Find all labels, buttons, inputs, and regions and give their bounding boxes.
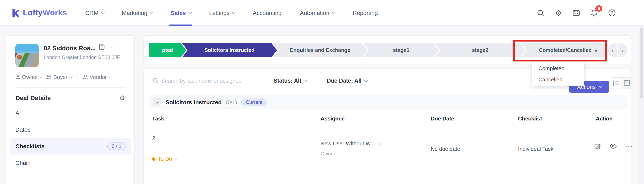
settings-gear-icon[interactable]: ⚙ [554, 8, 563, 17]
sidebar-item-a[interactable]: A [6, 105, 134, 121]
edit-icon[interactable] [594, 143, 601, 150]
column-assignee: Assignee [320, 115, 345, 122]
checklist-count-badge: 0 / 1 [107, 143, 126, 150]
sidebar-item-chain[interactable]: Chain [6, 155, 134, 171]
table-row: 2 To Do New User Without W... Owner No d… [144, 130, 632, 180]
kanban-view-icon[interactable] [621, 78, 632, 88]
property-photo[interactable] [16, 44, 39, 67]
row-actions: ··· [594, 143, 634, 150]
stage-solicitors-instructed[interactable]: Solicitors Instructed [182, 43, 277, 57]
property-address: London,Greater London SE23 2JF [44, 54, 128, 61]
nav-reporting[interactable]: Reporting [352, 0, 378, 26]
stage-stage2[interactable]: stage2 [435, 43, 526, 57]
people-icon [46, 75, 52, 80]
header-actions: ⚙ 6 ? [536, 0, 637, 26]
stage-dropdown-menu: Completed Cancelled [532, 61, 584, 86]
notifications-bell-icon[interactable]: 6 [590, 8, 599, 17]
assignee-dropdown[interactable]: New User Without W... [320, 140, 381, 147]
chevron-down-icon [599, 85, 602, 88]
dropdown-item-cancelled[interactable]: Cancelled [532, 74, 584, 85]
column-task: Task [152, 115, 164, 122]
task-search-input[interactable] [161, 77, 258, 84]
notification-count-badge: 6 [595, 5, 602, 12]
stage-next-button[interactable]: › [618, 43, 627, 57]
chevron-down-icon [304, 78, 307, 82]
task-name[interactable]: 2 [152, 135, 155, 141]
column-checklist: Checklist [518, 115, 542, 122]
logo-text: LoftyWorks [23, 8, 67, 17]
user-avatar[interactable] [625, 7, 637, 19]
view-eye-icon[interactable] [610, 143, 617, 150]
deal-menu: A Dates Checklists 0 / 1 Chain [6, 105, 134, 171]
column-due-date: Due Date [431, 115, 454, 122]
stage-band: pted Solicitors Instructed Enquiries and… [149, 43, 605, 57]
nav-automation[interactable]: Automation [300, 0, 334, 26]
search-icon [152, 77, 159, 84]
section-count: (0/1) [226, 99, 237, 105]
owner-dropdown[interactable]: Owner [16, 74, 42, 80]
task-search [149, 75, 262, 86]
sidebar-item-checklists[interactable]: Checklists 0 / 1 [10, 138, 131, 155]
more-options-icon[interactable]: ··· [108, 45, 116, 51]
person-icon [16, 75, 20, 80]
buyer-dropdown[interactable]: Buyer [46, 74, 72, 80]
status-dot-icon [152, 157, 156, 161]
loftyworks-logo[interactable]: LoftyWorks [12, 0, 67, 26]
search-icon[interactable] [536, 8, 545, 17]
due-date-filter[interactable]: Due Date: All [327, 78, 366, 84]
top-navbar: LoftyWorks CRM Marketing Sales Lettings … [0, 0, 644, 26]
caret-up-icon: ▲ [594, 48, 598, 52]
stage-stage1[interactable]: stage1 [363, 43, 439, 57]
stage-prev-button[interactable]: ‹ [608, 43, 618, 57]
collapse-icon[interactable]: ▲ [153, 98, 161, 106]
row-more-icon[interactable]: ··· [625, 143, 634, 150]
stage-completed-cancelled[interactable]: Completed/Cancelled ▲ [521, 43, 605, 57]
nav-sales[interactable]: Sales [171, 0, 191, 26]
vendor-dropdown[interactable]: Vendor [82, 74, 111, 80]
deal-sidebar: 02 Siddons Roa... ··· London,Greater Lon… [6, 35, 135, 184]
deal-details-title: Deal Details [16, 94, 51, 101]
status-filter[interactable]: Status: All [274, 78, 306, 84]
nav-marketing[interactable]: Marketing [122, 0, 152, 26]
section-title: Solicitors Instructed [166, 99, 222, 106]
scrollbar-thumb[interactable] [640, 27, 643, 98]
list-view-icon[interactable] [611, 78, 621, 88]
property-title[interactable]: 02 Siddons Roa... [44, 44, 96, 51]
nav-lettings[interactable]: Lettings [209, 0, 234, 26]
nav-crm[interactable]: CRM [85, 0, 104, 26]
checklist-type: Individual Task [518, 146, 553, 152]
document-icon[interactable] [99, 44, 105, 52]
chevron-down-icon [101, 10, 104, 14]
page-scrollbar[interactable] [638, 26, 644, 184]
inbox-icon[interactable] [572, 8, 581, 17]
task-status-dropdown[interactable]: To Do [152, 156, 177, 162]
chevron-down-icon [174, 157, 178, 160]
divider: | [76, 74, 78, 80]
stage-enquiries-and-exchange[interactable]: Enquiries and Exchange [273, 43, 368, 57]
help-icon[interactable]: ? [608, 8, 616, 17]
logo-mark-icon [12, 8, 20, 17]
people-icon [82, 75, 88, 80]
dropdown-item-completed[interactable]: Completed [532, 63, 584, 74]
stage-section-header: ▲ Solicitors Instructed (0/1) Current [149, 95, 626, 109]
chevron-down-icon [378, 141, 382, 145]
chevron-down-icon [364, 78, 368, 82]
deal-settings-gear-icon[interactable]: ⚙ [119, 94, 125, 101]
property-card: 02 Siddons Roa... ··· London,Greater Lon… [6, 36, 134, 67]
current-stage-badge: Current [241, 98, 267, 106]
assignee-role: Owner [320, 151, 335, 157]
chevron-down-icon [232, 10, 236, 14]
table-header: Task Assignee Due Date Checklist Action [144, 115, 632, 124]
chevron-down-icon [150, 10, 154, 14]
sidebar-item-dates[interactable]: Dates [6, 121, 134, 138]
chevron-down-icon [40, 75, 43, 78]
stage-pager: ‹ › [608, 43, 627, 57]
chevron-down-icon [108, 75, 112, 78]
main-nav: CRM Marketing Sales Lettings Accounting … [85, 0, 378, 26]
view-toggle [611, 77, 632, 88]
chevron-down-icon [188, 10, 192, 14]
stage-accepted[interactable]: pted [149, 43, 186, 57]
nav-accounting[interactable]: Accounting [253, 0, 282, 26]
app-window: LoftyWorks CRM Marketing Sales Lettings … [0, 0, 644, 184]
due-date-value: No due date [431, 146, 460, 152]
